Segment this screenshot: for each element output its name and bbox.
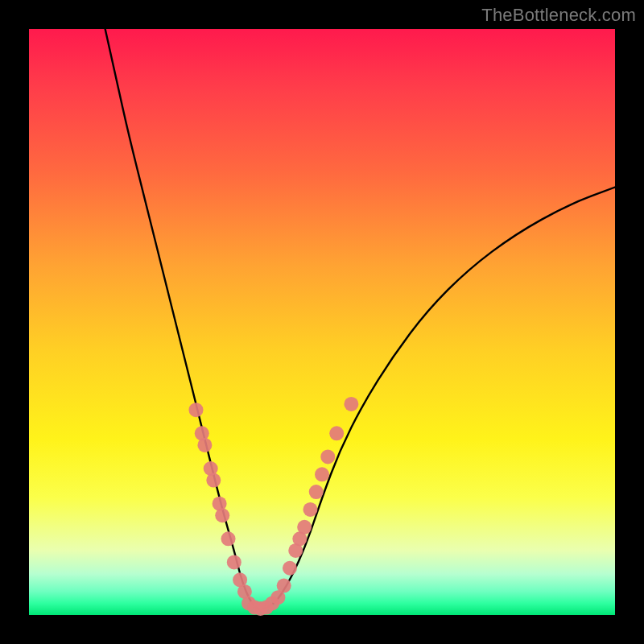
plot-area <box>29 29 615 615</box>
data-point-marker <box>329 426 344 440</box>
data-point-marker <box>344 397 358 411</box>
data-point-marker <box>320 449 335 464</box>
data-point-marker <box>221 531 236 546</box>
data-point-marker <box>277 579 291 593</box>
bottleneck-curve-path <box>105 29 615 609</box>
data-point-marker <box>309 485 324 499</box>
data-point-marker <box>315 467 329 481</box>
data-point-marker <box>197 438 212 452</box>
data-point-marker <box>206 473 221 488</box>
data-point-marker <box>227 555 242 569</box>
marker-layer <box>188 397 358 616</box>
data-point-marker <box>297 520 312 535</box>
data-point-marker <box>283 561 297 576</box>
chart-svg <box>29 29 615 615</box>
chart-frame: TheBottleneck.com <box>0 0 644 644</box>
curve-layer <box>105 29 615 609</box>
data-point-marker <box>188 402 203 417</box>
data-point-marker <box>215 508 229 522</box>
data-point-marker <box>303 502 317 517</box>
watermark-text: TheBottleneck.com <box>481 5 636 26</box>
